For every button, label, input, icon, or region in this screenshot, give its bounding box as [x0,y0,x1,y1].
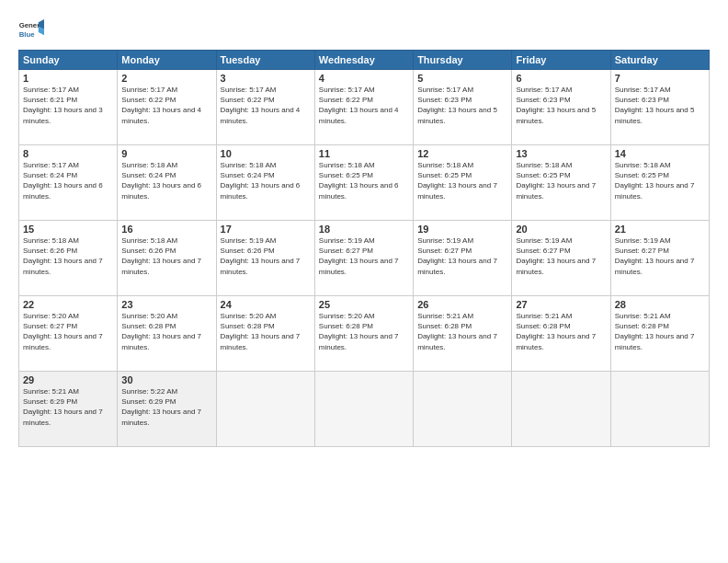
calendar-cell: 11Sunrise: 5:18 AMSunset: 6:25 PMDayligh… [314,145,413,221]
calendar-week-1: 1Sunrise: 5:17 AMSunset: 6:21 PMDaylight… [19,70,710,145]
day-info: Sunrise: 5:20 AMSunset: 6:28 PMDaylight:… [121,311,211,352]
weekday-header-wednesday: Wednesday [314,51,413,70]
day-number: 25 [319,299,409,310]
day-info: Sunrise: 5:18 AMSunset: 6:25 PMDaylight:… [516,160,606,201]
weekday-header-row: SundayMondayTuesdayWednesdayThursdayFrid… [19,51,710,70]
day-number: 3 [221,73,311,84]
day-number: 24 [221,299,311,310]
day-number: 30 [121,374,211,385]
calendar-cell: 24Sunrise: 5:20 AMSunset: 6:28 PMDayligh… [216,296,314,372]
day-info: Sunrise: 5:17 AMSunset: 6:22 PMDaylight:… [121,85,211,126]
day-info: Sunrise: 5:18 AMSunset: 6:24 PMDaylight:… [221,160,311,201]
calendar-cell: 20Sunrise: 5:19 AMSunset: 6:27 PMDayligh… [512,221,610,296]
day-info: Sunrise: 5:20 AMSunset: 6:27 PMDaylight:… [23,311,113,352]
day-info: Sunrise: 5:19 AMSunset: 6:27 PMDaylight:… [615,236,705,277]
day-number: 4 [319,73,409,84]
calendar-cell: 4Sunrise: 5:17 AMSunset: 6:22 PMDaylight… [314,70,413,145]
logo: General Blue [18,17,44,42]
calendar-cell: 29Sunrise: 5:21 AMSunset: 6:29 PMDayligh… [19,372,118,447]
day-number: 1 [23,73,113,84]
calendar-cell: 18Sunrise: 5:19 AMSunset: 6:27 PMDayligh… [314,221,413,296]
weekday-header-friday: Friday [512,51,610,70]
day-info: Sunrise: 5:17 AMSunset: 6:23 PMDaylight:… [417,85,507,126]
calendar-cell: 25Sunrise: 5:20 AMSunset: 6:28 PMDayligh… [314,296,413,372]
day-info: Sunrise: 5:18 AMSunset: 6:26 PMDaylight:… [121,236,211,277]
day-number: 11 [319,148,409,159]
weekday-header-tuesday: Tuesday [216,51,314,70]
calendar-cell: 7Sunrise: 5:17 AMSunset: 6:23 PMDaylight… [610,70,709,145]
calendar-cell: 13Sunrise: 5:18 AMSunset: 6:25 PMDayligh… [512,145,610,221]
day-number: 18 [319,224,409,235]
calendar-cell: 10Sunrise: 5:18 AMSunset: 6:24 PMDayligh… [216,145,314,221]
calendar-cell: 23Sunrise: 5:20 AMSunset: 6:28 PMDayligh… [118,296,216,372]
weekday-header-monday: Monday [118,51,216,70]
day-info: Sunrise: 5:22 AMSunset: 6:29 PMDaylight:… [121,386,211,428]
day-info: Sunrise: 5:21 AMSunset: 6:28 PMDaylight:… [417,311,507,352]
day-number: 27 [516,299,606,310]
day-number: 20 [516,224,606,235]
calendar-cell: 9Sunrise: 5:18 AMSunset: 6:24 PMDaylight… [118,145,216,221]
calendar-week-3: 15Sunrise: 5:18 AMSunset: 6:26 PMDayligh… [19,221,710,296]
calendar-table: SundayMondayTuesdayWednesdayThursdayFrid… [18,50,710,447]
calendar-cell: 19Sunrise: 5:19 AMSunset: 6:27 PMDayligh… [414,221,512,296]
calendar-week-4: 22Sunrise: 5:20 AMSunset: 6:27 PMDayligh… [19,296,710,372]
day-number: 29 [23,374,113,385]
day-number: 2 [121,73,211,84]
day-info: Sunrise: 5:18 AMSunset: 6:25 PMDaylight:… [615,160,705,201]
day-info: Sunrise: 5:18 AMSunset: 6:25 PMDaylight:… [417,160,507,201]
svg-text:Blue: Blue [19,30,36,39]
day-info: Sunrise: 5:20 AMSunset: 6:28 PMDaylight:… [319,311,409,352]
calendar-cell: 17Sunrise: 5:19 AMSunset: 6:26 PMDayligh… [216,221,314,296]
calendar-cell: 26Sunrise: 5:21 AMSunset: 6:28 PMDayligh… [414,296,512,372]
calendar-cell: 6Sunrise: 5:17 AMSunset: 6:23 PMDaylight… [512,70,610,145]
day-number: 17 [221,224,311,235]
day-info: Sunrise: 5:17 AMSunset: 6:24 PMDaylight:… [23,160,113,201]
calendar-cell: 28Sunrise: 5:21 AMSunset: 6:28 PMDayligh… [610,296,709,372]
calendar-body: 1Sunrise: 5:17 AMSunset: 6:21 PMDaylight… [19,70,710,447]
day-info: Sunrise: 5:18 AMSunset: 6:26 PMDaylight:… [23,236,113,277]
calendar-cell: 15Sunrise: 5:18 AMSunset: 6:26 PMDayligh… [19,221,118,296]
weekday-header-sunday: Sunday [19,51,118,70]
weekday-header-thursday: Thursday [414,51,512,70]
day-info: Sunrise: 5:19 AMSunset: 6:26 PMDaylight:… [221,236,311,277]
general-blue-logo-icon: General Blue [18,17,44,42]
day-info: Sunrise: 5:19 AMSunset: 6:27 PMDaylight:… [319,236,409,277]
day-number: 15 [23,224,113,235]
day-number: 22 [23,299,113,310]
calendar-cell: 27Sunrise: 5:21 AMSunset: 6:28 PMDayligh… [512,296,610,372]
calendar-cell [610,372,709,447]
day-info: Sunrise: 5:21 AMSunset: 6:29 PMDaylight:… [23,386,113,428]
calendar-cell [512,372,610,447]
calendar-cell: 12Sunrise: 5:18 AMSunset: 6:25 PMDayligh… [414,145,512,221]
day-number: 21 [615,224,705,235]
calendar-cell: 22Sunrise: 5:20 AMSunset: 6:27 PMDayligh… [19,296,118,372]
calendar-cell: 5Sunrise: 5:17 AMSunset: 6:23 PMDaylight… [414,70,512,145]
calendar-cell [314,372,413,447]
day-info: Sunrise: 5:17 AMSunset: 6:23 PMDaylight:… [516,85,606,126]
calendar-cell: 21Sunrise: 5:19 AMSunset: 6:27 PMDayligh… [610,221,709,296]
day-info: Sunrise: 5:20 AMSunset: 6:28 PMDaylight:… [221,311,311,352]
calendar-cell: 8Sunrise: 5:17 AMSunset: 6:24 PMDaylight… [19,145,118,221]
calendar-cell [414,372,512,447]
day-info: Sunrise: 5:17 AMSunset: 6:22 PMDaylight:… [221,85,311,126]
day-number: 14 [615,148,705,159]
calendar-cell: 3Sunrise: 5:17 AMSunset: 6:22 PMDaylight… [216,70,314,145]
calendar-cell: 2Sunrise: 5:17 AMSunset: 6:22 PMDaylight… [118,70,216,145]
calendar-cell: 14Sunrise: 5:18 AMSunset: 6:25 PMDayligh… [610,145,709,221]
day-number: 7 [615,73,705,84]
day-info: Sunrise: 5:17 AMSunset: 6:22 PMDaylight:… [319,85,409,126]
day-number: 6 [516,73,606,84]
day-info: Sunrise: 5:19 AMSunset: 6:27 PMDaylight:… [417,236,507,277]
calendar-cell: 30Sunrise: 5:22 AMSunset: 6:29 PMDayligh… [118,372,216,447]
day-number: 28 [615,299,705,310]
day-info: Sunrise: 5:19 AMSunset: 6:27 PMDaylight:… [516,236,606,277]
day-number: 8 [23,148,113,159]
day-number: 16 [121,224,211,235]
page: General Blue SundayMondayTuesdayWednesda… [0,0,728,563]
day-number: 12 [417,148,507,159]
day-info: Sunrise: 5:21 AMSunset: 6:28 PMDaylight:… [615,311,705,352]
calendar-cell: 16Sunrise: 5:18 AMSunset: 6:26 PMDayligh… [118,221,216,296]
day-info: Sunrise: 5:21 AMSunset: 6:28 PMDaylight:… [516,311,606,352]
day-info: Sunrise: 5:17 AMSunset: 6:23 PMDaylight:… [615,85,705,126]
day-number: 13 [516,148,606,159]
